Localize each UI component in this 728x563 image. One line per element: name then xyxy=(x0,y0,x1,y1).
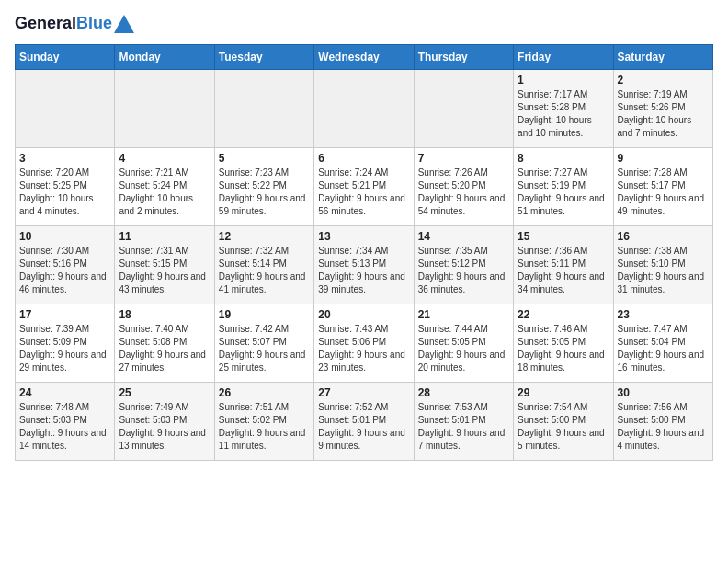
day-number: 14 xyxy=(418,230,509,243)
day-number: 3 xyxy=(19,152,110,165)
calendar-cell: 10Sunrise: 7:30 AM Sunset: 5:16 PM Dayli… xyxy=(16,226,115,304)
calendar-cell: 6Sunrise: 7:24 AM Sunset: 5:21 PM Daylig… xyxy=(314,148,414,226)
day-info: Sunrise: 7:36 AM Sunset: 5:11 PM Dayligh… xyxy=(518,245,609,296)
day-info: Sunrise: 7:19 AM Sunset: 5:26 PM Dayligh… xyxy=(618,88,709,140)
day-number: 19 xyxy=(219,308,310,321)
weekday-header-monday: Monday xyxy=(115,45,214,70)
calendar-cell: 4Sunrise: 7:21 AM Sunset: 5:24 PM Daylig… xyxy=(115,148,214,226)
calendar-cell: 30Sunrise: 7:56 AM Sunset: 5:00 PM Dayli… xyxy=(613,383,712,461)
calendar-cell: 28Sunrise: 7:53 AM Sunset: 5:01 PM Dayli… xyxy=(414,383,513,461)
svg-marker-0 xyxy=(114,15,134,33)
weekday-header-sunday: Sunday xyxy=(16,45,115,70)
day-number: 4 xyxy=(119,152,210,165)
day-number: 5 xyxy=(219,152,310,165)
day-info: Sunrise: 7:34 AM Sunset: 5:13 PM Dayligh… xyxy=(318,245,409,296)
day-info: Sunrise: 7:20 AM Sunset: 5:25 PM Dayligh… xyxy=(19,167,110,218)
day-number: 2 xyxy=(618,74,709,86)
day-number: 15 xyxy=(518,230,609,243)
logo: GeneralBlue xyxy=(15,15,134,33)
day-number: 10 xyxy=(19,230,110,243)
calendar-cell xyxy=(414,70,513,148)
day-info: Sunrise: 7:28 AM Sunset: 5:17 PM Dayligh… xyxy=(618,167,709,218)
day-number: 12 xyxy=(219,230,310,243)
day-info: Sunrise: 7:38 AM Sunset: 5:10 PM Dayligh… xyxy=(618,245,709,296)
day-info: Sunrise: 7:56 AM Sunset: 5:00 PM Dayligh… xyxy=(618,401,709,453)
day-number: 9 xyxy=(618,152,709,165)
weekday-header-saturday: Saturday xyxy=(613,45,712,70)
day-info: Sunrise: 7:53 AM Sunset: 5:01 PM Dayligh… xyxy=(418,401,509,453)
calendar-cell: 16Sunrise: 7:38 AM Sunset: 5:10 PM Dayli… xyxy=(613,226,712,304)
day-info: Sunrise: 7:47 AM Sunset: 5:04 PM Dayligh… xyxy=(618,323,709,374)
calendar-cell: 18Sunrise: 7:40 AM Sunset: 5:08 PM Dayli… xyxy=(115,304,214,383)
day-number: 26 xyxy=(219,386,310,399)
weekday-header-tuesday: Tuesday xyxy=(214,45,313,70)
day-info: Sunrise: 7:30 AM Sunset: 5:16 PM Dayligh… xyxy=(19,245,110,296)
calendar-cell: 13Sunrise: 7:34 AM Sunset: 5:13 PM Dayli… xyxy=(314,226,414,304)
day-info: Sunrise: 7:46 AM Sunset: 5:05 PM Dayligh… xyxy=(518,323,609,374)
calendar-cell: 2Sunrise: 7:19 AM Sunset: 5:26 PM Daylig… xyxy=(613,70,712,148)
day-number: 13 xyxy=(318,230,409,243)
day-number: 30 xyxy=(618,386,709,399)
day-number: 29 xyxy=(518,386,609,399)
logo-text: GeneralBlue xyxy=(15,15,112,33)
day-number: 24 xyxy=(19,386,110,399)
calendar-cell: 15Sunrise: 7:36 AM Sunset: 5:11 PM Dayli… xyxy=(514,226,613,304)
calendar-cell: 17Sunrise: 7:39 AM Sunset: 5:09 PM Dayli… xyxy=(16,304,115,383)
day-info: Sunrise: 7:54 AM Sunset: 5:00 PM Dayligh… xyxy=(518,401,609,453)
calendar-cell: 26Sunrise: 7:51 AM Sunset: 5:02 PM Dayli… xyxy=(214,383,313,461)
day-info: Sunrise: 7:39 AM Sunset: 5:09 PM Dayligh… xyxy=(19,323,110,374)
day-info: Sunrise: 7:27 AM Sunset: 5:19 PM Dayligh… xyxy=(518,167,609,218)
calendar-cell: 25Sunrise: 7:49 AM Sunset: 5:03 PM Dayli… xyxy=(115,383,214,461)
day-info: Sunrise: 7:32 AM Sunset: 5:14 PM Dayligh… xyxy=(219,245,310,296)
calendar-cell: 11Sunrise: 7:31 AM Sunset: 5:15 PM Dayli… xyxy=(115,226,214,304)
calendar-cell xyxy=(16,70,115,148)
day-info: Sunrise: 7:35 AM Sunset: 5:12 PM Dayligh… xyxy=(418,245,509,296)
calendar-cell xyxy=(115,70,214,148)
weekday-header-wednesday: Wednesday xyxy=(314,45,414,70)
day-info: Sunrise: 7:40 AM Sunset: 5:08 PM Dayligh… xyxy=(119,323,210,374)
calendar-cell: 20Sunrise: 7:43 AM Sunset: 5:06 PM Dayli… xyxy=(314,304,414,383)
day-number: 27 xyxy=(318,386,409,399)
day-number: 22 xyxy=(518,308,609,321)
day-number: 18 xyxy=(119,308,210,321)
day-number: 7 xyxy=(418,152,509,165)
day-number: 8 xyxy=(518,152,609,165)
calendar-cell: 9Sunrise: 7:28 AM Sunset: 5:17 PM Daylig… xyxy=(613,148,712,226)
day-info: Sunrise: 7:26 AM Sunset: 5:20 PM Dayligh… xyxy=(418,167,509,218)
calendar-cell: 29Sunrise: 7:54 AM Sunset: 5:00 PM Dayli… xyxy=(514,383,613,461)
day-info: Sunrise: 7:43 AM Sunset: 5:06 PM Dayligh… xyxy=(318,323,409,374)
calendar-cell: 22Sunrise: 7:46 AM Sunset: 5:05 PM Dayli… xyxy=(514,304,613,383)
day-info: Sunrise: 7:21 AM Sunset: 5:24 PM Dayligh… xyxy=(119,167,210,218)
day-number: 16 xyxy=(618,230,709,243)
day-info: Sunrise: 7:23 AM Sunset: 5:22 PM Dayligh… xyxy=(219,167,310,218)
day-info: Sunrise: 7:49 AM Sunset: 5:03 PM Dayligh… xyxy=(119,401,210,453)
weekday-header-friday: Friday xyxy=(514,45,613,70)
calendar-cell: 24Sunrise: 7:48 AM Sunset: 5:03 PM Dayli… xyxy=(16,383,115,461)
calendar-cell: 14Sunrise: 7:35 AM Sunset: 5:12 PM Dayli… xyxy=(414,226,513,304)
calendar-cell xyxy=(214,70,313,148)
calendar-cell: 27Sunrise: 7:52 AM Sunset: 5:01 PM Dayli… xyxy=(314,383,414,461)
day-info: Sunrise: 7:48 AM Sunset: 5:03 PM Dayligh… xyxy=(19,401,110,453)
calendar-cell: 12Sunrise: 7:32 AM Sunset: 5:14 PM Dayli… xyxy=(214,226,313,304)
calendar-cell: 21Sunrise: 7:44 AM Sunset: 5:05 PM Dayli… xyxy=(414,304,513,383)
day-number: 6 xyxy=(318,152,409,165)
calendar-table: SundayMondayTuesdayWednesdayThursdayFrid… xyxy=(15,44,713,461)
calendar-cell: 8Sunrise: 7:27 AM Sunset: 5:19 PM Daylig… xyxy=(514,148,613,226)
calendar-cell: 5Sunrise: 7:23 AM Sunset: 5:22 PM Daylig… xyxy=(214,148,313,226)
day-number: 17 xyxy=(19,308,110,321)
day-number: 23 xyxy=(618,308,709,321)
day-info: Sunrise: 7:52 AM Sunset: 5:01 PM Dayligh… xyxy=(318,401,409,453)
day-number: 21 xyxy=(418,308,509,321)
day-number: 28 xyxy=(418,386,509,399)
day-number: 25 xyxy=(119,386,210,399)
day-info: Sunrise: 7:44 AM Sunset: 5:05 PM Dayligh… xyxy=(418,323,509,374)
calendar-cell: 7Sunrise: 7:26 AM Sunset: 5:20 PM Daylig… xyxy=(414,148,513,226)
weekday-header-thursday: Thursday xyxy=(414,45,513,70)
calendar-cell: 23Sunrise: 7:47 AM Sunset: 5:04 PM Dayli… xyxy=(613,304,712,383)
logo-icon xyxy=(114,15,134,33)
day-info: Sunrise: 7:31 AM Sunset: 5:15 PM Dayligh… xyxy=(119,245,210,296)
calendar-cell xyxy=(314,70,414,148)
day-info: Sunrise: 7:51 AM Sunset: 5:02 PM Dayligh… xyxy=(219,401,310,453)
day-number: 11 xyxy=(119,230,210,243)
day-info: Sunrise: 7:42 AM Sunset: 5:07 PM Dayligh… xyxy=(219,323,310,374)
